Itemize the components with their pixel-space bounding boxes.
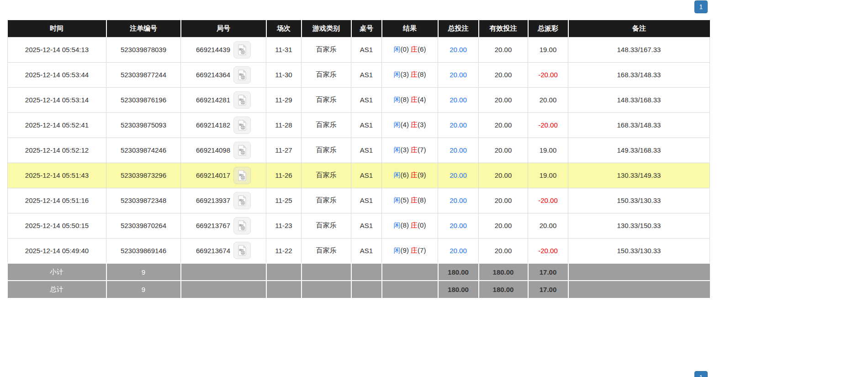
cell-valid-bet: 20.00 [479,37,528,62]
video-file-icon [237,245,247,256]
col-header-game-type: 游戏类别 [302,20,351,37]
cell-round-id: 669213937 [181,188,266,213]
table-row: 2025-12-14 05:52:12 523039874246 6692140… [8,138,710,163]
pagination-page-1-button-bottom[interactable]: 1 [694,371,708,377]
banker-score: (6) [418,45,426,53]
grand-total-payout: 17.00 [528,281,568,298]
cell-result: 闲(5) 庄(8) [382,188,438,213]
table-row: 2025-12-14 05:53:14 523039876196 6692142… [8,87,710,112]
video-replay-button[interactable] [233,91,251,109]
cell-total-bet[interactable]: 20.00 [438,87,479,112]
cell-total-bet[interactable]: 20.00 [438,37,479,62]
bet-history-page: 1 时间 注单编号 局号 场次 游戏类别 桌号 结果 总投注 有效投注 总派彩 … [0,0,868,377]
round-id-text: 669214364 [196,71,230,79]
cell-total-bet[interactable]: 20.00 [438,188,479,213]
subtotal-valid-bet: 180.00 [479,263,528,281]
cell-table-no: AS1 [351,188,382,213]
banker-label: 庄 [411,221,418,229]
round-id-text: 669214281 [196,96,230,104]
cell-time: 2025-12-14 05:54:13 [8,37,106,62]
cell-round-id: 669213674 [181,238,266,263]
cell-result: 闲(3) 庄(8) [382,62,438,87]
cell-payout: 20.00 [528,87,568,112]
cell-table-no: AS1 [351,238,382,263]
cell-total-bet[interactable]: 20.00 [438,238,479,263]
banker-label: 庄 [411,45,418,53]
grand-total-empty [181,281,266,298]
cell-round-id: 669214182 [181,112,266,138]
cell-game-type: 百家乐 [302,213,351,238]
cell-total-bet[interactable]: 20.00 [438,163,479,188]
cell-session: 11-30 [266,62,302,87]
player-label: 闲 [394,196,401,204]
cell-total-bet[interactable]: 20.00 [438,213,479,238]
cell-bet-id: 523039874246 [106,138,181,163]
cell-session: 11-25 [266,188,302,213]
cell-game-type: 百家乐 [302,138,351,163]
cell-game-type: 百家乐 [302,163,351,188]
player-score: (8) [401,221,409,229]
banker-score: (3) [418,121,426,128]
grand-total-count: 9 [106,281,181,298]
cell-total-bet[interactable]: 20.00 [438,112,479,138]
cell-session: 11-28 [266,112,302,138]
cell-valid-bet: 20.00 [479,163,528,188]
cell-remark: 168.33/148.33 [568,62,710,87]
player-score: (4) [401,121,409,128]
video-replay-button[interactable] [233,167,251,184]
banker-score: (9) [418,171,426,179]
cell-valid-bet: 20.00 [479,213,528,238]
player-score: (6) [401,171,409,179]
table-row: 2025-12-14 05:54:13 523039878039 6692144… [8,37,710,62]
round-id-text: 669214017 [196,171,230,179]
cell-bet-id: 523039869146 [106,238,181,263]
video-replay-button[interactable] [233,217,251,234]
player-label: 闲 [394,45,401,53]
cell-remark: 149.33/168.33 [568,138,710,163]
cell-table-no: AS1 [351,37,382,62]
col-header-round-id: 局号 [181,20,266,37]
banker-score: (7) [418,246,426,254]
subtotal-label: 小计 [8,263,106,281]
grand-total-label: 总计 [8,281,106,298]
video-replay-button[interactable] [233,41,251,58]
banker-score: (7) [418,146,426,154]
col-header-payout: 总派彩 [528,20,568,37]
cell-table-no: AS1 [351,87,382,112]
cell-result: 闲(4) 庄(3) [382,112,438,138]
player-score: (8) [401,96,409,103]
cell-game-type: 百家乐 [302,37,351,62]
cell-payout: 20.00 [528,213,568,238]
banker-label: 庄 [411,121,418,128]
pagination-page-1-button-top[interactable]: 1 [694,0,708,13]
video-file-icon [237,220,247,231]
video-replay-button[interactable] [233,117,251,134]
col-header-session: 场次 [266,20,302,37]
video-file-icon [237,120,247,131]
cell-valid-bet: 20.00 [479,238,528,263]
cell-table-no: AS1 [351,163,382,188]
video-replay-button[interactable] [233,142,251,159]
video-file-icon [237,69,247,80]
subtotal-empty [382,263,438,281]
cell-payout: 19.00 [528,37,568,62]
video-replay-button[interactable] [233,242,251,259]
cell-session: 11-27 [266,138,302,163]
col-header-bet-id: 注单编号 [106,20,181,37]
table-row-highlighted: 2025-12-14 05:51:43 523039873296 6692140… [8,163,710,188]
cell-time: 2025-12-14 05:50:15 [8,213,106,238]
cell-payout: 19.00 [528,163,568,188]
cell-total-bet[interactable]: 20.00 [438,62,479,87]
cell-table-no: AS1 [351,213,382,238]
player-label: 闲 [394,146,401,154]
cell-table-no: AS1 [351,138,382,163]
video-replay-button[interactable] [233,66,251,84]
cell-bet-id: 523039876196 [106,87,181,112]
round-id-text: 669214182 [196,121,230,129]
cell-total-bet[interactable]: 20.00 [438,138,479,163]
subtotal-count: 9 [106,263,181,281]
video-replay-button[interactable] [233,192,251,209]
grand-total-empty [351,281,382,298]
col-header-valid-bet: 有效投注 [479,20,528,37]
cell-round-id: 669214364 [181,62,266,87]
